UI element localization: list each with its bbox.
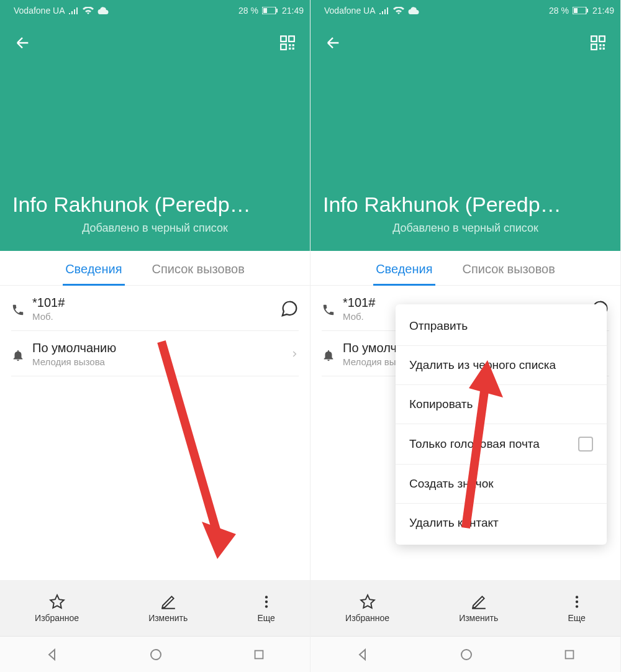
message-button[interactable]: [280, 299, 299, 318]
wifi-icon: [83, 7, 94, 15]
svg-rect-9: [292, 48, 294, 50]
nav-back[interactable]: [45, 647, 60, 662]
contact-sub: Добавлено в черный список: [12, 222, 297, 235]
favorite-label: Избранное: [345, 613, 389, 623]
tabs: Сведения Список вызовов: [310, 251, 620, 286]
back-button[interactable]: [12, 33, 32, 53]
svg-point-14: [265, 605, 268, 607]
phone-left: Vodafone UA 28 % 21:49: [0, 0, 310, 672]
cloud-icon: [408, 7, 419, 14]
phone-number: *101#: [32, 296, 280, 310]
phone-type: Моб.: [32, 311, 280, 322]
wifi-icon: [393, 7, 404, 15]
svg-rect-3: [281, 36, 286, 42]
battery-pct: 28 %: [549, 6, 569, 16]
nav-home[interactable]: [459, 647, 474, 662]
phone-icon: [11, 301, 32, 317]
svg-rect-4: [289, 36, 294, 42]
back-button[interactable]: [323, 33, 343, 53]
svg-point-31: [576, 605, 578, 607]
more-icon: [258, 593, 274, 611]
svg-point-15: [151, 650, 161, 660]
svg-point-32: [461, 650, 471, 660]
svg-rect-16: [255, 650, 263, 658]
star-icon: [49, 593, 65, 611]
favorite-button[interactable]: Избранное: [345, 593, 389, 623]
tabs: Сведения Список вызовов: [0, 251, 310, 286]
carrier-label: Vodafone UA: [14, 6, 65, 16]
svg-rect-33: [565, 650, 573, 658]
chevron-right-icon: [290, 350, 299, 358]
row-phone[interactable]: *101# Моб.: [11, 286, 299, 331]
svg-point-29: [576, 596, 578, 598]
svg-point-30: [576, 601, 578, 603]
more-label: Еще: [568, 613, 586, 623]
bell-icon: [11, 346, 32, 362]
signal-icon: [379, 7, 389, 14]
battery-icon: [262, 7, 278, 14]
tab-calls[interactable]: Список вызовов: [460, 251, 558, 285]
voicemail-checkbox[interactable]: [578, 437, 593, 452]
menu-send[interactable]: Отправить: [396, 307, 607, 346]
edit-button[interactable]: Изменить: [459, 593, 498, 623]
menu-copy[interactable]: Копировать: [396, 385, 607, 424]
svg-rect-8: [289, 48, 291, 50]
phone-icon: [322, 301, 343, 317]
clock: 21:49: [282, 6, 304, 16]
tab-details[interactable]: Сведения: [63, 251, 124, 285]
header: Info Rakhunok (Peredp… Добавлено в черны…: [0, 21, 310, 251]
cloud-icon: [97, 7, 109, 14]
content: *101# Моб. По умолчанию Мелодия вызова: [0, 286, 310, 580]
qr-button[interactable]: [588, 33, 608, 53]
svg-rect-5: [281, 44, 286, 50]
svg-point-13: [265, 601, 268, 603]
svg-rect-21: [599, 36, 605, 42]
nav-recent[interactable]: [252, 648, 266, 661]
contact-name: Info Rakhunok (Peredp…: [12, 193, 297, 217]
more-button[interactable]: Еще: [568, 593, 586, 623]
menu-remove-blacklist[interactable]: Удалить из черного списка: [396, 346, 607, 385]
contact-name: Info Rakhunok (Peredp…: [323, 193, 608, 217]
pencil-icon: [471, 593, 487, 611]
edit-label: Изменить: [459, 613, 498, 623]
favorite-button[interactable]: Избранное: [35, 593, 79, 623]
status-bar: Vodafone UA 28 % 21:49: [310, 0, 620, 21]
contact-sub: Добавлено в черный список: [323, 222, 608, 235]
svg-rect-26: [603, 48, 605, 50]
bell-icon: [322, 346, 343, 362]
nav-recent[interactable]: [563, 648, 576, 661]
svg-rect-19: [587, 9, 588, 12]
clock: 21:49: [592, 6, 614, 16]
svg-rect-1: [263, 8, 267, 13]
header: Info Rakhunok (Peredp… Добавлено в черны…: [310, 21, 620, 251]
more-icon: [569, 593, 585, 611]
status-bar: Vodafone UA 28 % 21:49: [0, 0, 310, 21]
nav-bar: [0, 636, 310, 672]
svg-rect-20: [591, 36, 597, 42]
edit-button[interactable]: Изменить: [148, 593, 188, 623]
tab-calls[interactable]: Список вызовов: [150, 251, 247, 285]
menu-create-icon[interactable]: Создать значок: [396, 465, 607, 504]
signal-icon: [69, 7, 79, 14]
star-icon: [360, 593, 376, 611]
svg-rect-25: [599, 48, 601, 50]
svg-rect-6: [289, 44, 291, 46]
more-button[interactable]: Еще: [257, 593, 275, 623]
pencil-icon: [160, 593, 176, 611]
carrier-label: Vodafone UA: [324, 6, 376, 16]
qr-button[interactable]: [278, 33, 297, 53]
menu-delete-contact[interactable]: Удалить контакт: [396, 504, 607, 542]
svg-rect-23: [599, 44, 601, 46]
svg-rect-18: [574, 8, 578, 13]
nav-back[interactable]: [355, 647, 370, 662]
tab-details[interactable]: Сведения: [373, 251, 435, 285]
ringtone-sub: Мелодия вызова: [32, 356, 290, 367]
row-ringtone[interactable]: По умолчанию Мелодия вызова: [11, 331, 299, 376]
action-bar: Избранное Изменить Еще: [310, 580, 620, 636]
battery-pct: 28 %: [238, 6, 258, 16]
svg-point-12: [265, 596, 268, 598]
menu-voicemail-only[interactable]: Только голосовая почта: [396, 424, 607, 465]
nav-bar: [310, 636, 620, 672]
nav-home[interactable]: [148, 647, 163, 662]
favorite-label: Избранное: [35, 613, 79, 623]
